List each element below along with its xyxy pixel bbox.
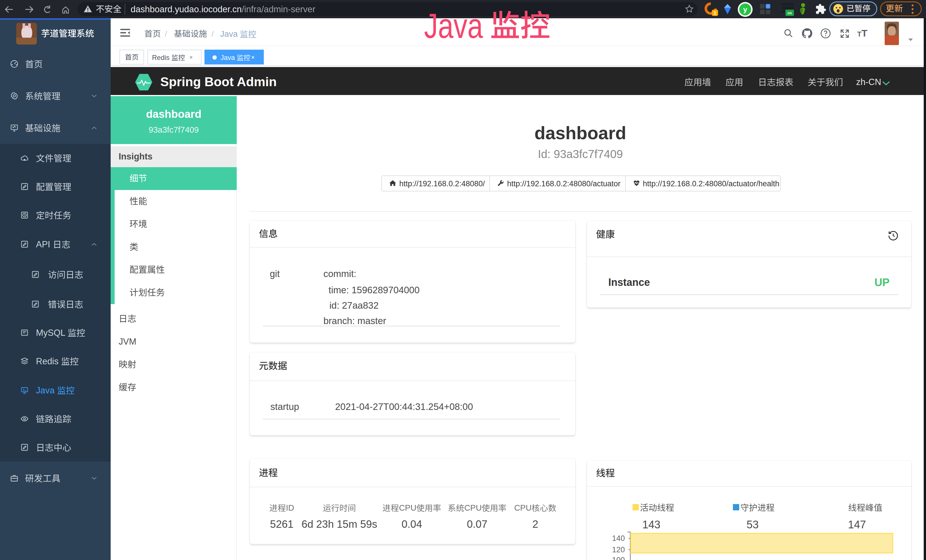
- svg-text:on: on: [787, 11, 792, 15]
- svg-text:1: 1: [714, 10, 716, 16]
- svg-text:y: y: [743, 5, 747, 14]
